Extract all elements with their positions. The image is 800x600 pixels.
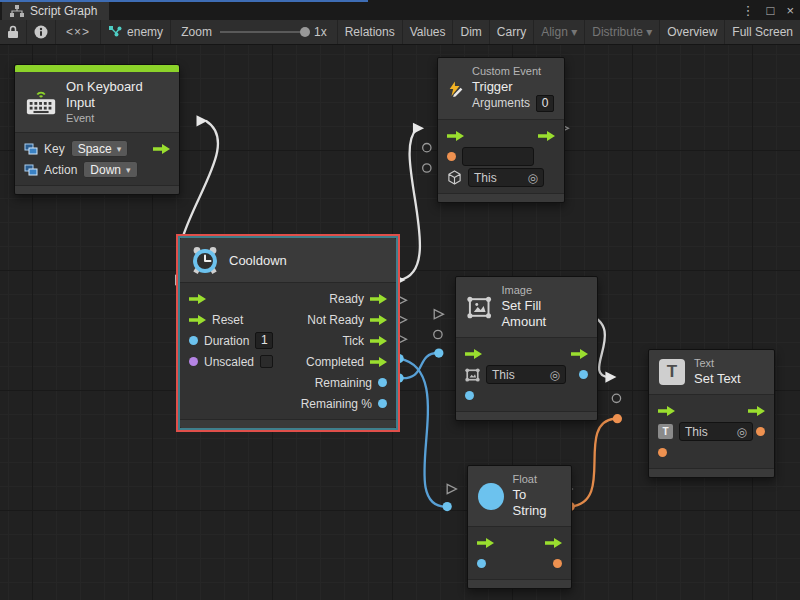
overview-label: Overview (667, 25, 717, 39)
string-port-dot[interactable] (658, 448, 667, 457)
flow-in-arrow[interactable] (465, 349, 482, 359)
port-setfill-target-ext[interactable] (434, 330, 442, 338)
arguments-value-field[interactable]: 0 (536, 95, 554, 112)
event-name-field[interactable] (462, 147, 534, 166)
overview-button[interactable]: Overview (660, 20, 725, 44)
node-image-set-fill-amount[interactable]: Image Set Fill Amount (455, 276, 598, 421)
flow-in-arrow[interactable] (447, 131, 464, 141)
zoom-slider[interactable] (220, 31, 306, 33)
zoom-slider-handle[interactable] (300, 27, 310, 37)
flow-out-arrow[interactable] (153, 144, 170, 154)
close-icon[interactable]: × (786, 3, 794, 18)
node-ports (468, 527, 571, 579)
node-float-to-string[interactable]: Float To String (467, 465, 572, 589)
code-preview-button[interactable]: <×> (56, 20, 101, 44)
flow-out-arrow[interactable] (370, 336, 387, 346)
action-dropdown[interactable]: Down ▾ (83, 161, 137, 178)
port-label-ready: Ready (329, 292, 364, 306)
menu-icon[interactable]: ⋮ (742, 3, 755, 18)
align-menu[interactable]: Align ▾ (534, 20, 585, 44)
float-port-dot[interactable] (189, 336, 198, 345)
float-port-dot[interactable] (477, 559, 486, 568)
port-trigger-target-ext[interactable] (423, 164, 431, 172)
script-graph-window: Script Graph ⋮ □ × <×> (0, 0, 800, 600)
port-tostring-value-in[interactable] (443, 502, 452, 511)
port-label-reset: Reset (212, 313, 243, 327)
custom-event-icon (448, 75, 463, 103)
flow-in-arrow[interactable] (477, 538, 494, 548)
window-controls: ⋮ □ × (742, 1, 794, 19)
string-port-dot[interactable] (447, 152, 456, 161)
float-port-dot[interactable] (378, 378, 387, 387)
port-label-remaining: Remaining (315, 376, 372, 390)
key-dropdown[interactable]: Space ▾ (71, 140, 129, 157)
node-trigger-custom-event[interactable]: Custom Event Trigger Arguments 0 (437, 57, 565, 203)
node-ports: Key Space ▾ Action (15, 133, 179, 185)
chevron-down-icon: ▾ (126, 165, 131, 175)
action-dropdown-value: Down (90, 163, 121, 177)
float-icon (478, 483, 504, 510)
float-port-dot[interactable] (465, 391, 474, 400)
flow-out-arrow[interactable] (538, 131, 555, 141)
flow-out-arrow[interactable] (370, 357, 387, 367)
flow-in-arrow[interactable] (658, 406, 675, 416)
port-keyboard-flow-out[interactable] (197, 115, 208, 126)
flow-out-arrow[interactable] (370, 294, 387, 304)
flow-out-arrow[interactable] (571, 349, 588, 359)
enum-icon (24, 143, 38, 155)
wire-remainingpct-to-fillamount (399, 353, 438, 378)
flow-out-arrow[interactable] (748, 406, 765, 416)
distribute-menu[interactable]: Distribute ▾ (585, 20, 660, 44)
float-port-dot[interactable] (378, 399, 387, 408)
port-trigger-flow-in[interactable] (413, 123, 424, 134)
node-title: Set Fill Amount (501, 298, 587, 331)
flow-in-arrow[interactable] (189, 294, 206, 304)
port-settext-target-ext[interactable] (612, 394, 620, 402)
node-cooldown[interactable]: Cooldown Ready Reset Not Ready Duration1 (180, 238, 396, 428)
port-setfill-amount-in[interactable] (434, 348, 443, 357)
object-picker-icon[interactable]: ◎ (737, 425, 747, 439)
node-footer (456, 411, 597, 420)
port-trigger-name-ext[interactable] (423, 144, 431, 152)
node-on-keyboard-input[interactable]: On Keyboard Input Event Key Space ▾ (14, 64, 180, 195)
port-label-unscaled: Unscaled (204, 355, 254, 369)
target-field[interactable]: This ◎ (468, 168, 544, 187)
flow-out-arrow[interactable] (545, 538, 562, 548)
node-footer (649, 468, 774, 477)
tab-script-graph[interactable]: Script Graph (2, 2, 109, 20)
object-picker-icon[interactable]: ◎ (528, 171, 538, 185)
fullscreen-button[interactable]: Full Screen (725, 20, 800, 44)
lock-button[interactable] (0, 20, 27, 44)
node-text-set-text[interactable]: T Text Set Text T This ◎ (648, 349, 775, 478)
graph-canvas[interactable]: On Keyboard Input Event Key Space ▾ (0, 45, 800, 600)
wire-remaining-to-tostring (399, 359, 446, 507)
port-setfill-flow-in[interactable] (434, 310, 443, 319)
graph-name: enemy (127, 25, 163, 39)
port-settext-flow-in[interactable] (605, 372, 616, 383)
port-settext-value-in[interactable] (613, 414, 622, 423)
zoom-label: Zoom (181, 25, 212, 39)
flow-out-arrow[interactable] (370, 315, 387, 325)
float-port-dot[interactable] (579, 370, 588, 379)
maximize-icon[interactable]: □ (767, 3, 775, 18)
port-tostring-flow-in[interactable] (447, 484, 456, 493)
string-port-dot[interactable] (756, 427, 765, 436)
graph-breadcrumb[interactable]: enemy (101, 20, 171, 44)
keyboard-icon (25, 87, 57, 117)
target-field[interactable]: This ◎ (486, 365, 566, 384)
string-port-dot[interactable] (553, 559, 562, 568)
duration-value-field[interactable]: 1 (255, 332, 273, 349)
node-title: Trigger (472, 79, 554, 95)
unscaled-checkbox[interactable] (260, 355, 273, 368)
target-field[interactable]: This ◎ (679, 422, 753, 441)
inspect-button[interactable] (27, 20, 56, 44)
object-picker-icon[interactable]: ◎ (550, 368, 560, 382)
bool-port-dot[interactable] (189, 357, 198, 366)
dim-toggle[interactable]: Dim (453, 20, 489, 44)
node-category: Custom Event (472, 65, 554, 79)
flow-in-arrow[interactable] (189, 315, 206, 325)
node-ports: This ◎ (456, 338, 597, 411)
values-toggle[interactable]: Values (403, 20, 454, 44)
relations-toggle[interactable]: Relations (338, 20, 403, 44)
carry-toggle[interactable]: Carry (490, 20, 534, 44)
